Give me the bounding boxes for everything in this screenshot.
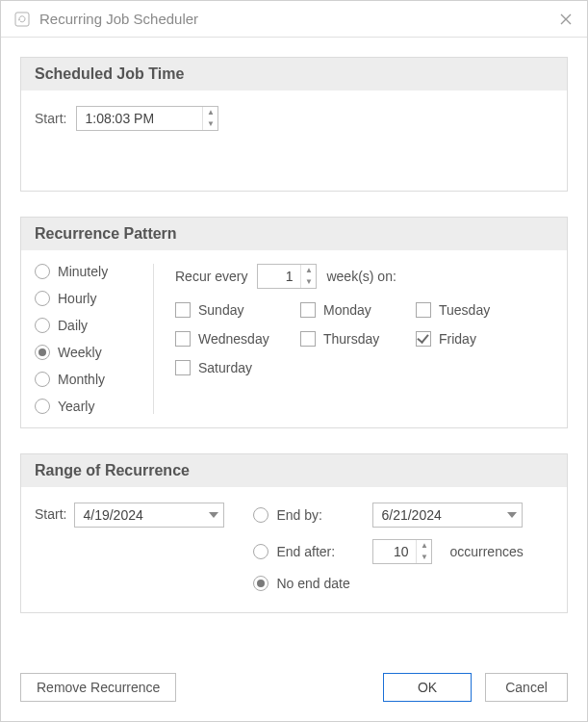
radio-icon	[35, 318, 50, 333]
checkbox-sunday[interactable]: Sunday	[175, 302, 300, 318]
section-scheduled-time: Scheduled Job Time Start: ▲ ▼	[20, 57, 568, 192]
range-start-label: Start:	[35, 503, 66, 522]
section-recurrence-pattern: Recurrence Pattern Minutely Hourly Daily	[20, 217, 568, 428]
dialog-window: Recurring Job Scheduler Scheduled Job Ti…	[0, 0, 588, 722]
checkbox-icon	[300, 302, 316, 318]
dialog-footer: Remove Recurrence OK Cancel	[20, 673, 568, 702]
checkbox-label: Thursday	[323, 331, 379, 347]
section-header-scheduled-time: Scheduled Job Time	[21, 58, 567, 90]
radio-label: Minutely	[58, 264, 108, 279]
radio-icon	[253, 576, 268, 591]
remove-recurrence-button[interactable]: Remove Recurrence	[20, 673, 176, 702]
dropdown-icon[interactable]	[502, 503, 522, 527]
radio-hourly[interactable]: Hourly	[35, 291, 147, 306]
radio-weekly[interactable]: Weekly	[35, 345, 147, 360]
radio-end-by[interactable]: End by:	[253, 507, 359, 523]
recur-every-prefix: Recur every	[175, 269, 247, 284]
radio-icon	[35, 264, 50, 279]
checkbox-tuesday[interactable]: Tuesday	[416, 302, 522, 318]
checkbox-icon	[416, 302, 431, 318]
recurrence-detail: Recur every ▲ ▼ week(s) on:	[154, 264, 553, 414]
window-title: Recurring Job Scheduler	[39, 11, 556, 27]
radio-yearly[interactable]: Yearly	[35, 399, 147, 414]
radio-icon	[253, 507, 268, 523]
radio-label: No end date	[276, 576, 349, 591]
radio-label: Hourly	[58, 291, 96, 306]
recur-every-field[interactable]	[258, 265, 300, 288]
checkbox-monday[interactable]: Monday	[300, 302, 416, 318]
cancel-button[interactable]: Cancel	[485, 673, 568, 702]
radio-label: End by:	[276, 507, 321, 523]
recur-every-spinner[interactable]: ▲ ▼	[300, 265, 316, 288]
recur-every-input[interactable]: ▲ ▼	[257, 264, 317, 289]
end-after-input[interactable]: ▲ ▼	[372, 539, 432, 564]
close-icon	[559, 13, 573, 26]
recurrence-type-list: Minutely Hourly Daily Weekly	[35, 264, 154, 414]
radio-daily[interactable]: Daily	[35, 318, 147, 333]
spinner-down-icon[interactable]: ▼	[203, 118, 217, 130]
ok-button[interactable]: OK	[383, 673, 472, 702]
range-start-date-field[interactable]	[75, 503, 204, 527]
checkbox-thursday[interactable]: Thursday	[300, 331, 416, 347]
radio-icon	[35, 345, 50, 360]
titlebar: Recurring Job Scheduler	[1, 1, 587, 38]
checkbox-label: Saturday	[198, 360, 252, 375]
end-by-date-field[interactable]	[373, 503, 502, 527]
start-time-input[interactable]: ▲ ▼	[76, 106, 218, 131]
radio-label: Weekly	[58, 345, 102, 360]
radio-label: Monthly	[58, 372, 105, 387]
spinner-up-icon[interactable]: ▲	[301, 265, 316, 276]
checkbox-icon	[175, 331, 191, 347]
dropdown-icon[interactable]	[204, 503, 223, 527]
checkbox-icon	[300, 331, 316, 347]
checkbox-label: Tuesday	[439, 302, 490, 318]
radio-end-after[interactable]: End after:	[253, 544, 359, 559]
radio-icon	[35, 372, 50, 387]
radio-label: Daily	[58, 318, 88, 333]
radio-no-end-date[interactable]: No end date	[253, 576, 359, 591]
radio-icon	[35, 291, 50, 306]
spinner-up-icon[interactable]: ▲	[417, 540, 431, 552]
checkbox-wednesday[interactable]: Wednesday	[175, 331, 300, 347]
occurrences-label: occurrences	[449, 544, 523, 559]
end-by-date-input[interactable]	[372, 503, 523, 528]
start-time-field[interactable]	[77, 107, 202, 130]
spinner-up-icon[interactable]: ▲	[203, 107, 217, 118]
recurrence-icon	[14, 12, 30, 27]
close-button[interactable]	[556, 10, 575, 29]
spinner-down-icon[interactable]: ▼	[417, 552, 431, 563]
recur-every-suffix: week(s) on:	[326, 269, 396, 284]
checkbox-label: Sunday	[198, 302, 243, 318]
radio-icon	[35, 399, 50, 414]
checkbox-saturday[interactable]: Saturday	[175, 360, 300, 375]
checkbox-icon	[175, 302, 191, 318]
checkbox-label: Friday	[439, 331, 476, 347]
section-header-range: Range of Recurrence	[21, 454, 567, 487]
radio-label: Yearly	[58, 399, 94, 414]
checkbox-icon	[175, 360, 191, 375]
spinner-down-icon[interactable]: ▼	[301, 276, 316, 288]
checkbox-label: Wednesday	[198, 331, 269, 347]
start-time-label: Start:	[35, 111, 66, 126]
range-start-date-input[interactable]	[74, 503, 224, 528]
end-after-field[interactable]	[373, 540, 416, 563]
radio-icon	[253, 544, 268, 559]
svg-rect-0	[15, 13, 29, 26]
radio-monthly[interactable]: Monthly	[35, 372, 147, 387]
start-time-spinner[interactable]: ▲ ▼	[202, 107, 217, 130]
section-range: Range of Recurrence Start:	[20, 453, 568, 613]
checkbox-friday[interactable]: Friday	[416, 331, 522, 347]
radio-minutely[interactable]: Minutely	[35, 264, 147, 279]
radio-label: End after:	[276, 544, 335, 559]
checkbox-label: Monday	[323, 302, 371, 318]
section-header-recurrence-pattern: Recurrence Pattern	[21, 218, 567, 250]
end-after-spinner[interactable]: ▲ ▼	[416, 540, 431, 563]
checkbox-icon	[416, 331, 431, 347]
